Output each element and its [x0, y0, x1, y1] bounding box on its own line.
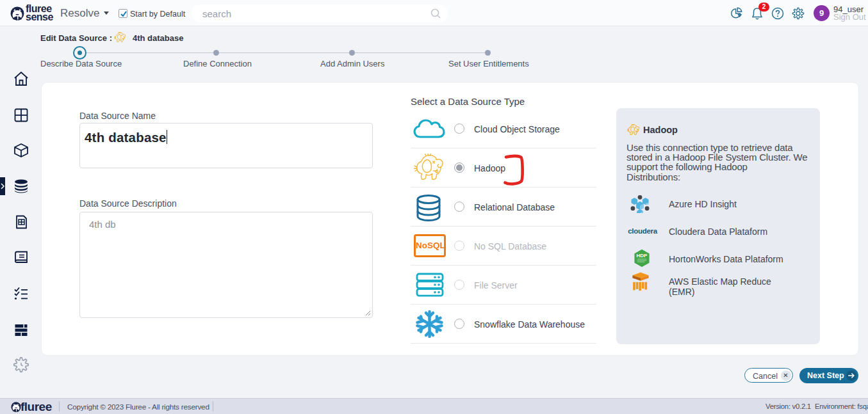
svg-text:HDP: HDP: [637, 253, 648, 259]
